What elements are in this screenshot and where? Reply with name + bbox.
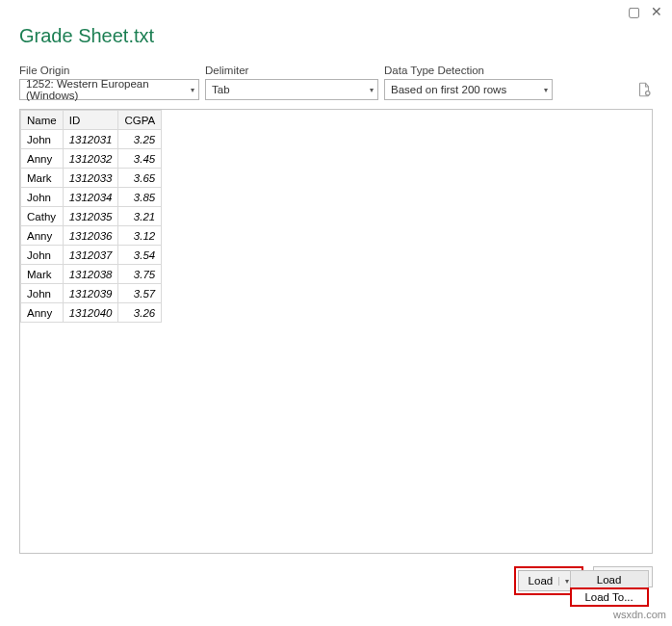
- table-row: John13120313.25: [21, 130, 162, 149]
- cell-cgpa: 3.85: [118, 188, 162, 207]
- table-row: Anny13120323.45: [21, 149, 162, 169]
- table-row: John13120393.57: [21, 284, 162, 303]
- table-row: Cathy13120353.21: [21, 207, 162, 226]
- cell-id: 1312033: [63, 169, 118, 188]
- data-type-detection-group: Data Type Detection Based on first 200 r…: [384, 65, 553, 103]
- data-preview: Name ID CGPA John13120313.25Anny13120323…: [19, 109, 653, 554]
- cell-cgpa: 3.12: [118, 226, 162, 246]
- cell-name: Anny: [21, 149, 64, 169]
- cell-cgpa: 3.45: [118, 149, 162, 169]
- table-row: Anny13120403.26: [21, 303, 162, 323]
- table-row: Mark13120333.65: [21, 169, 162, 188]
- cell-id: 1312038: [63, 265, 118, 284]
- cell-id: 1312037: [63, 246, 118, 265]
- file-origin-label: File Origin: [19, 65, 199, 76]
- chevron-down-icon[interactable]: ▾: [558, 577, 569, 586]
- cell-cgpa: 3.65: [118, 169, 162, 188]
- col-header-name: Name: [21, 111, 64, 130]
- table-row: Mark13120383.75: [21, 265, 162, 284]
- cell-cgpa: 3.75: [118, 265, 162, 284]
- cell-cgpa: 3.54: [118, 246, 162, 265]
- delimiter-group: Delimiter Tab ▾: [205, 65, 378, 103]
- chevron-down-icon: ▾: [191, 86, 194, 94]
- table-header-row: Name ID CGPA: [21, 111, 162, 130]
- cell-name: Mark: [21, 169, 64, 188]
- cell-cgpa: 3.21: [118, 207, 162, 226]
- col-header-id: ID: [63, 111, 118, 130]
- load-button-label: Load: [529, 575, 559, 587]
- delimiter-select[interactable]: Tab ▾: [205, 79, 378, 100]
- dialog-footer: Load ▾ Load Load To... Cancel: [514, 566, 653, 595]
- cell-name: Cathy: [21, 207, 64, 226]
- chevron-down-icon: ▾: [370, 86, 374, 94]
- cell-name: Anny: [21, 226, 64, 246]
- cell-id: 1312034: [63, 188, 118, 207]
- close-icon[interactable]: ✕: [651, 6, 662, 17]
- data-type-detection-select[interactable]: Based on first 200 rows ▾: [384, 79, 553, 100]
- dialog-header: Grade Sheet.txt: [0, 17, 672, 65]
- cell-cgpa: 3.26: [118, 303, 162, 323]
- chevron-down-icon: ▾: [544, 86, 548, 94]
- table-row: John13120343.85: [21, 188, 162, 207]
- preview-table: Name ID CGPA John13120313.25Anny13120323…: [20, 110, 162, 323]
- cell-id: 1312039: [63, 284, 118, 303]
- cell-name: John: [21, 284, 64, 303]
- options-row: File Origin 1252: Western European (Wind…: [0, 65, 672, 109]
- load-menu-item-load-to[interactable]: Load To...: [571, 588, 648, 606]
- cell-name: Anny: [21, 303, 64, 323]
- cell-cgpa: 3.25: [118, 130, 162, 149]
- watermark: wsxdn.com: [613, 609, 666, 620]
- data-type-detection-label: Data Type Detection: [384, 65, 553, 76]
- settings-icon[interactable]: [635, 80, 653, 103]
- cell-id: 1312036: [63, 226, 118, 246]
- table-row: Anny13120363.12: [21, 226, 162, 246]
- cell-id: 1312031: [63, 130, 118, 149]
- load-menu: Load Load To...: [570, 570, 649, 607]
- cell-name: John: [21, 130, 64, 149]
- col-header-cgpa: CGPA: [118, 111, 162, 130]
- file-origin-group: File Origin 1252: Western European (Wind…: [19, 65, 199, 103]
- cell-id: 1312040: [63, 303, 118, 323]
- delimiter-value: Tab: [212, 84, 230, 95]
- titlebar: ▢ ✕: [0, 0, 672, 17]
- dialog-title: Grade Sheet.txt: [19, 25, 154, 46]
- cell-name: John: [21, 188, 64, 207]
- cell-id: 1312032: [63, 149, 118, 169]
- load-menu-item-load[interactable]: Load: [571, 571, 648, 588]
- maximize-icon[interactable]: ▢: [628, 6, 639, 17]
- cell-name: John: [21, 246, 64, 265]
- file-origin-value: 1252: Western European (Windows): [26, 78, 191, 101]
- cell-cgpa: 3.57: [118, 284, 162, 303]
- data-type-detection-value: Based on first 200 rows: [391, 84, 506, 95]
- file-origin-select[interactable]: 1252: Western European (Windows) ▾: [19, 79, 199, 100]
- table-row: John13120373.54: [21, 246, 162, 265]
- load-split-button[interactable]: Load ▾ Load Load To...: [514, 566, 584, 595]
- cell-id: 1312035: [63, 207, 118, 226]
- delimiter-label: Delimiter: [205, 65, 378, 76]
- cell-name: Mark: [21, 265, 64, 284]
